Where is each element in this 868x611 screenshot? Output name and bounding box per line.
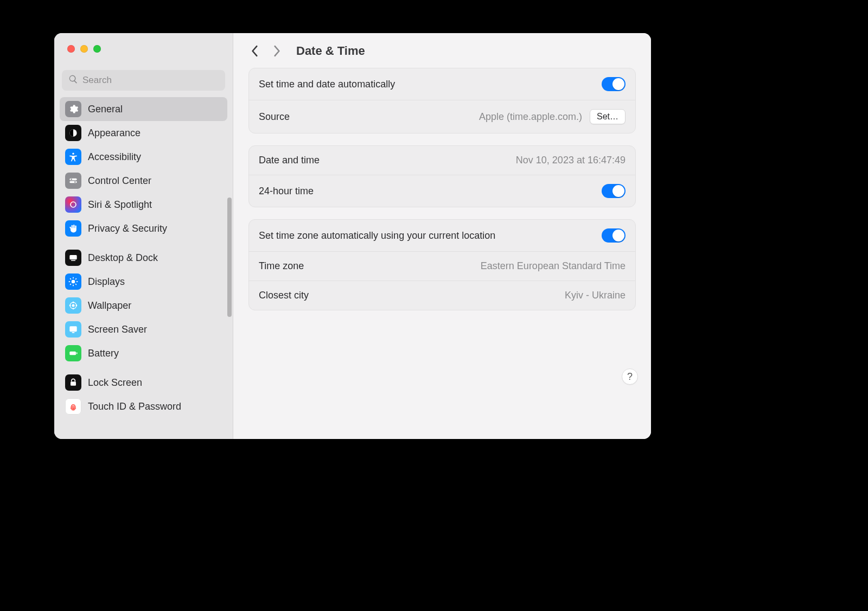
window-controls [54, 33, 233, 63]
siri-icon [65, 196, 81, 213]
wallpaper-icon [65, 297, 81, 314]
display-icon [65, 273, 81, 290]
row-auto-timezone: Set time zone automatically using your c… [249, 220, 635, 251]
toggle-24hour[interactable] [602, 184, 626, 198]
lock-icon [65, 374, 81, 391]
svg-rect-3 [69, 181, 76, 183]
sidebar-item-label: Displays [88, 276, 125, 288]
appearance-icon [65, 125, 81, 141]
accessibility-icon [65, 149, 81, 165]
row-source: Source Apple (time.apple.com.) Set… [249, 100, 635, 133]
svg-point-5 [74, 181, 76, 183]
sidebar-nav: General Appearance Accessibility Control… [54, 97, 233, 439]
zoom-window-button[interactable] [93, 45, 101, 53]
svg-point-20 [73, 302, 74, 303]
sidebar-item-displays[interactable]: Displays [60, 270, 227, 294]
svg-rect-26 [69, 352, 76, 355]
svg-line-16 [70, 284, 71, 285]
sidebar-item-battery[interactable]: Battery [60, 341, 227, 365]
row-label: Set time zone automatically using your c… [259, 230, 495, 241]
sidebar-scrollbar[interactable] [227, 198, 232, 317]
closest-city-value: Kyiv - Ukraine [565, 290, 626, 301]
topbar: Date & Time [233, 33, 651, 68]
row-datetime: Date and time Nov 10, 2023 at 16:47:49 [249, 146, 635, 175]
sidebar-item-accessibility[interactable]: Accessibility [60, 145, 227, 169]
row-label: Set time and date automatically [259, 79, 395, 90]
main-content: Date & Time Set time and date automatica… [233, 33, 651, 439]
sidebar-item-label: Battery [88, 348, 119, 359]
row-closest-city: Closest city Kyiv - Ukraine [249, 281, 635, 310]
svg-point-18 [72, 304, 75, 307]
group-timezone: Set time zone automatically using your c… [248, 219, 636, 310]
page-title: Date & Time [296, 44, 365, 58]
svg-point-1 [72, 153, 74, 155]
forward-button[interactable] [270, 44, 283, 58]
row-timezone: Time zone Eastern European Standard Time [249, 251, 635, 281]
svg-rect-24 [69, 326, 76, 332]
sidebar-item-label: Control Center [88, 175, 151, 187]
sidebar-item-label: Appearance [88, 128, 141, 139]
sidebar-item-label: General [88, 104, 123, 115]
svg-rect-7 [69, 255, 76, 259]
sidebar-item-control-center[interactable]: Control Center [60, 169, 227, 193]
screensaver-icon [65, 321, 81, 338]
sidebar-item-general[interactable]: General [60, 97, 227, 121]
sidebar-item-label: Lock Screen [88, 377, 142, 389]
row-label: Time zone [259, 260, 304, 272]
settings-window: General Appearance Accessibility Control… [54, 33, 651, 439]
row-label: Date and time [259, 155, 320, 166]
sidebar-item-siri-spotlight[interactable]: Siri & Spotlight [60, 193, 227, 217]
svg-rect-8 [71, 260, 75, 261]
sidebar-item-label: Screen Saver [88, 324, 147, 335]
sidebar-item-label: Siri & Spotlight [88, 199, 152, 211]
sidebar-item-label: Touch ID & Password [88, 401, 181, 412]
battery-icon [65, 345, 81, 361]
datetime-value: Nov 10, 2023 at 16:47:49 [516, 155, 626, 166]
row-24hour: 24-hour time [249, 175, 635, 207]
svg-point-6 [71, 202, 76, 207]
search-input[interactable] [82, 75, 219, 86]
timezone-value: Eastern European Standard Time [481, 260, 626, 272]
row-set-auto: Set time and date automatically [249, 68, 635, 100]
sidebar-item-appearance[interactable]: Appearance [60, 121, 227, 145]
control-center-icon [65, 173, 81, 189]
svg-line-14 [70, 278, 71, 279]
group-datetime: Date and time Nov 10, 2023 at 16:47:49 2… [248, 145, 636, 207]
sidebar-item-label: Wallpaper [88, 300, 131, 311]
hand-icon [65, 220, 81, 237]
search-icon [68, 74, 82, 86]
row-label: Closest city [259, 290, 309, 301]
svg-point-23 [76, 305, 77, 306]
toggle-set-auto[interactable] [602, 77, 626, 91]
close-window-button[interactable] [67, 45, 75, 53]
toggle-auto-timezone[interactable] [602, 228, 626, 243]
sidebar-item-label: Privacy & Security [88, 223, 167, 234]
sidebar-item-label: Desktop & Dock [88, 252, 158, 264]
gear-icon [65, 101, 81, 117]
back-button[interactable] [248, 44, 261, 58]
svg-rect-27 [76, 352, 78, 354]
minimize-window-button[interactable] [80, 45, 88, 53]
sidebar-item-label: Accessibility [88, 151, 141, 163]
set-source-button[interactable]: Set… [590, 109, 626, 124]
row-label: Source [259, 111, 290, 123]
sidebar: General Appearance Accessibility Control… [54, 33, 233, 439]
svg-rect-28 [71, 381, 76, 386]
help-button[interactable]: ? [622, 368, 638, 385]
sidebar-item-privacy-security[interactable]: Privacy & Security [60, 217, 227, 240]
sidebar-item-lock-screen[interactable]: Lock Screen [60, 371, 227, 394]
touchid-icon [65, 398, 81, 415]
sidebar-item-desktop-dock[interactable]: Desktop & Dock [60, 246, 227, 270]
dock-icon [65, 250, 81, 266]
svg-point-4 [71, 179, 72, 180]
sidebar-item-touch-id[interactable]: Touch ID & Password [60, 394, 227, 418]
svg-rect-25 [72, 332, 75, 333]
sidebar-item-screen-saver[interactable]: Screen Saver [60, 317, 227, 341]
svg-point-9 [72, 280, 75, 284]
source-value: Apple (time.apple.com.) [479, 111, 582, 123]
search-field[interactable] [62, 70, 225, 91]
sidebar-item-wallpaper[interactable]: Wallpaper [60, 294, 227, 317]
svg-line-17 [75, 278, 76, 279]
svg-line-15 [75, 284, 76, 285]
svg-point-21 [73, 308, 74, 309]
